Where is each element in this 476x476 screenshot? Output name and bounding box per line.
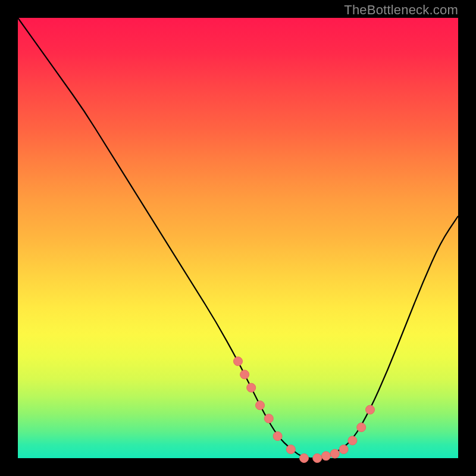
curve-marker: [357, 423, 366, 432]
curve-marker: [339, 445, 348, 454]
chart-stage: TheBottleneck.com: [0, 0, 476, 476]
curve-marker: [313, 454, 322, 463]
curve-marker: [247, 383, 256, 392]
curve-markers: [234, 357, 375, 463]
curve-marker: [348, 436, 357, 445]
curve-marker: [300, 454, 309, 463]
curve-marker: [256, 401, 265, 410]
chart-plot-area: [18, 18, 458, 458]
curve-marker: [264, 414, 273, 423]
watermark-text: TheBottleneck.com: [344, 2, 458, 18]
curve-marker: [366, 405, 375, 414]
curve-marker: [240, 370, 249, 379]
chart-svg: [18, 18, 458, 458]
curve-marker: [286, 445, 295, 454]
curve-marker: [330, 449, 339, 458]
bottleneck-curve: [18, 18, 458, 458]
curve-marker: [273, 432, 282, 441]
curve-marker: [322, 452, 331, 461]
curve-marker: [234, 357, 243, 366]
